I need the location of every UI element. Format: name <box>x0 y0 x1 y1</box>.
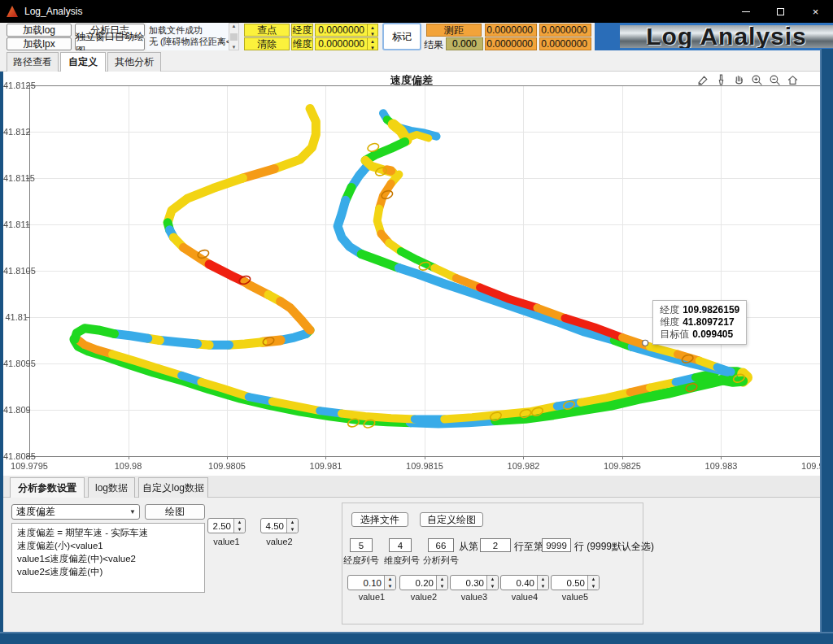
title-bar: Log_Analysis × <box>0 0 833 23</box>
measure-value-2: 0.0000000 <box>539 24 591 37</box>
data-tip[interactable]: 经度109.9826159 维度41.8097217 目标值0.099405 <box>652 300 747 345</box>
auto-plot-button[interactable]: 独立窗口自动绘图 <box>75 37 145 50</box>
spin-down-icon[interactable]: ▼ <box>538 583 548 590</box>
spin-up-icon[interactable]: ▲ <box>588 576 599 583</box>
restore-view-icon[interactable] <box>787 74 799 86</box>
custom-value2-spinner[interactable]: 0.20 ▲▼ <box>399 575 448 590</box>
mark-button[interactable]: 标记 <box>382 23 421 50</box>
spin-down-icon[interactable]: ▼ <box>437 583 447 590</box>
measure-value-1: 0.0000000 <box>485 24 537 37</box>
window-controls: × <box>728 0 833 23</box>
window-frame-bottom <box>0 632 833 644</box>
custom-value5-label: value5 <box>551 592 600 602</box>
tab-custom-log-data[interactable]: 自定义log数据 <box>138 477 208 498</box>
dropdown-value[interactable]: 速度偏差 <box>12 505 126 519</box>
lat-col-field[interactable]: 4 <box>389 538 412 552</box>
spin-up-icon[interactable]: ▲ <box>538 576 548 583</box>
y-tick-label: 41.81 <box>3 312 28 322</box>
row-range-suffix: 行 (9999默认全选) <box>574 540 654 554</box>
custom-value5-spinner[interactable]: 0.50 ▲▼ <box>551 575 600 590</box>
analysis-col-field[interactable]: 66 <box>428 538 454 552</box>
value1-spinner[interactable]: 2.50 ▲▼ <box>207 518 246 533</box>
spin-up-icon[interactable]: ▲ <box>487 576 498 583</box>
x-tick-label: 109.9815 <box>402 461 447 471</box>
minimize-icon[interactable] <box>728 0 763 23</box>
value2-label: value2 <box>260 537 299 546</box>
lon-col-field[interactable]: 5 <box>350 538 373 552</box>
spin-down-icon[interactable]: ▼ <box>588 583 599 590</box>
scroll-thumb[interactable] <box>230 33 238 41</box>
bottom-tab-bar: 分析参数设置 log数据 自定义log数据 <box>3 476 820 498</box>
tab-analysis-params[interactable]: 分析参数设置 <box>10 477 85 498</box>
spin-up-icon[interactable]: ▲ <box>234 519 245 526</box>
spin-down-icon[interactable]: ▼ <box>234 526 245 533</box>
chevron-down-icon[interactable]: ▼ <box>126 508 139 516</box>
status-line: 无 (障碍物路径距离<5) 的感 <box>149 36 226 47</box>
scroll-up-icon[interactable]: ▲ <box>232 24 237 28</box>
datatip-row: 经度109.9826159 <box>660 304 739 316</box>
clear-button[interactable]: 清除 <box>244 37 290 50</box>
custom-value3-label: value3 <box>450 592 499 602</box>
row-range-mid: 行至第 <box>514 540 543 554</box>
spinner-arrows[interactable]: ▲ ▼ <box>367 38 377 50</box>
spin-up-icon[interactable]: ▲ <box>368 24 377 31</box>
check-point-button[interactable]: 查点 <box>244 24 290 37</box>
longitude-value[interactable]: 0.0000000 <box>316 24 367 36</box>
zoom-out-icon[interactable] <box>769 74 781 86</box>
y-tick-label: 41.809 <box>3 405 28 415</box>
axes-toolbar <box>697 74 799 86</box>
datatip-row: 目标值0.099405 <box>660 329 739 341</box>
analysis-type-dropdown[interactable]: 速度偏差 ▼ <box>11 504 140 520</box>
row-to-field[interactable]: 9999 <box>542 538 571 552</box>
brush-icon[interactable] <box>715 74 727 86</box>
select-file-button[interactable]: 选择文件 <box>351 512 408 527</box>
export-icon[interactable] <box>697 74 709 86</box>
maximize-icon[interactable] <box>763 0 798 23</box>
y-tick-label: 41.8095 <box>3 359 28 368</box>
status-scrollbar[interactable]: ▲ ▼ <box>229 23 239 50</box>
measure-value-3: 0.0000000 <box>485 37 537 50</box>
matlab-app-icon <box>7 6 18 17</box>
zoom-in-icon[interactable] <box>751 74 763 86</box>
tab-custom[interactable]: 自定义 <box>60 52 106 72</box>
x-tick-label: 109.981 <box>303 461 349 471</box>
chart-canvas[interactable] <box>3 72 822 476</box>
pan-icon[interactable] <box>733 74 745 86</box>
value2-spinner[interactable]: 4.50 ▲▼ <box>260 518 299 533</box>
scroll-down-icon[interactable]: ▼ <box>232 45 237 50</box>
result-value: 0.000 <box>446 37 483 50</box>
custom-value1-spinner[interactable]: 0.10 ▲▼ <box>347 575 396 590</box>
latitude-value[interactable]: 0.0000000 <box>316 38 367 50</box>
custom-value4-spinner[interactable]: 0.40 ▲▼ <box>500 575 549 590</box>
load-log-button[interactable]: 加载log <box>7 24 72 37</box>
plot-button[interactable]: 绘图 <box>145 504 205 520</box>
toolbar: 加载log 分析日志 加载lpx 独立窗口自动绘图 加载文件成功 无 (障碍物路… <box>0 23 620 50</box>
longitude-spinner[interactable]: 0.0000000 ▲ ▼ <box>315 24 378 37</box>
tab-path-view[interactable]: 路径查看 <box>7 52 59 72</box>
load-lpx-button[interactable]: 加载lpx <box>7 37 72 50</box>
formula-info-box: 速度偏差 = 期望车速 - 实际车速 速度偏差(小)<value1 value1… <box>11 523 205 593</box>
custom-plot-button[interactable]: 自定义绘图 <box>420 512 483 527</box>
measure-button[interactable]: 测距 <box>426 24 482 37</box>
tab-log-data[interactable]: log数据 <box>88 477 135 498</box>
spin-up-icon[interactable]: ▲ <box>287 519 298 526</box>
spin-up-icon[interactable]: ▲ <box>437 576 447 583</box>
spin-up-icon[interactable]: ▲ <box>385 576 395 583</box>
spin-down-icon[interactable]: ▼ <box>287 526 298 533</box>
measure-value-4: 0.0000000 <box>539 37 591 50</box>
spin-down-icon[interactable]: ▼ <box>385 583 395 590</box>
row-range-prefix: 从第 <box>459 540 478 554</box>
custom-value3-spinner[interactable]: 0.30 ▲▼ <box>450 575 499 590</box>
latitude-spinner[interactable]: 0.0000000 ▲ ▼ <box>315 37 378 50</box>
spin-down-icon[interactable]: ▼ <box>487 583 498 590</box>
spin-up-icon[interactable]: ▲ <box>368 38 377 45</box>
y-tick-label: 41.8085 <box>3 451 28 461</box>
y-tick-label: 41.8105 <box>3 266 28 276</box>
longitude-label: 经度 <box>291 24 313 37</box>
tab-other-analysis[interactable]: 其他分析 <box>107 52 161 72</box>
row-from-field[interactable]: 2 <box>480 538 511 552</box>
close-icon[interactable]: × <box>798 0 833 23</box>
spinner-arrows[interactable]: ▲ ▼ <box>367 24 377 36</box>
spin-down-icon[interactable]: ▼ <box>368 31 377 37</box>
bottom-panel: 分析参数设置 log数据 自定义log数据 速度偏差 ▼ 绘图 速度偏差 = 期… <box>3 476 820 632</box>
